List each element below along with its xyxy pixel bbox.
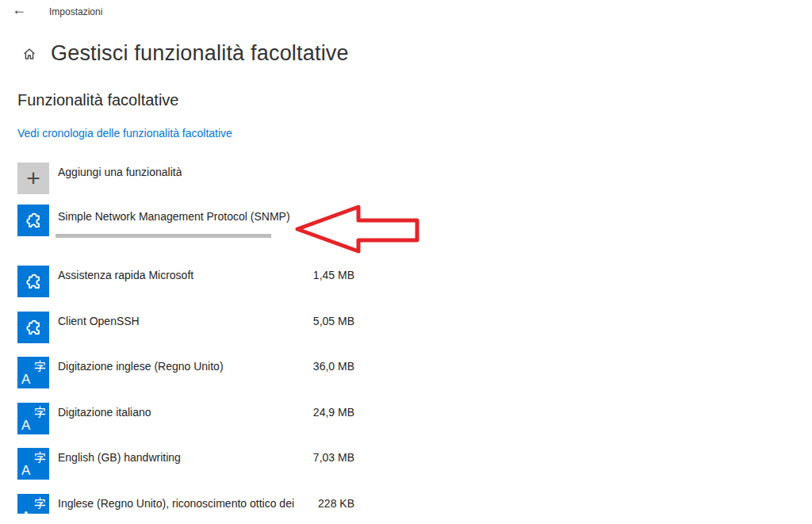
feature-icon-tile bbox=[17, 205, 49, 236]
feature-size: 7,03 MB bbox=[270, 452, 354, 464]
feature-list-item[interactable]: Assistenza rapida Microsoft 1,45 MB bbox=[17, 266, 366, 297]
home-icon bbox=[22, 47, 36, 61]
language-icon-letter-a: A bbox=[21, 419, 30, 432]
add-feature-label: Aggiungi una funzionalità bbox=[58, 166, 182, 178]
feature-size: 36,0 MB bbox=[270, 361, 354, 373]
feature-size: 24,9 MB bbox=[270, 407, 354, 419]
feature-size: 1,45 MB bbox=[270, 270, 354, 281]
language-icon-letter-a: A bbox=[21, 373, 30, 386]
feature-size: 5,05 MB bbox=[270, 316, 354, 327]
puzzle-icon bbox=[23, 210, 44, 231]
plus-icon: + bbox=[17, 163, 49, 194]
feature-name: Digitazione italiano bbox=[58, 407, 151, 419]
feature-icon-tile bbox=[17, 266, 49, 297]
puzzle-icon bbox=[23, 271, 44, 292]
feature-size: 228 KB bbox=[270, 498, 354, 510]
add-feature-button[interactable]: + Aggiungi una funzionalità bbox=[17, 163, 366, 194]
feature-icon-tile: A bbox=[17, 403, 49, 434]
feature-name: English (GB) handwriting bbox=[58, 452, 181, 464]
feature-icon-tile bbox=[17, 312, 49, 343]
feature-name: Inglese (Regno Unito), riconoscimento ot… bbox=[58, 498, 294, 510]
feature-name: Digitazione inglese (Regno Unito) bbox=[58, 361, 224, 373]
language-icon-letter-a: A bbox=[21, 464, 30, 477]
viewport-clip-strip bbox=[0, 514, 812, 524]
feature-name: Assistenza rapida Microsoft bbox=[58, 270, 193, 281]
puzzle-icon bbox=[23, 317, 44, 338]
feature-list-item[interactable]: A Digitazione inglese (Regno Unito) 36,0… bbox=[17, 357, 366, 388]
page-title: Gestisci funzionalità facoltative bbox=[51, 41, 349, 66]
feature-icon-tile: A bbox=[17, 448, 49, 480]
feature-list-item[interactable]: A Digitazione italiano 24,9 MB bbox=[17, 403, 366, 434]
optional-features-history-link[interactable]: Vedi cronologia delle funzionalità facol… bbox=[17, 127, 232, 140]
section-title: Funzionalità facoltative bbox=[17, 91, 178, 109]
feature-name: Client OpenSSH bbox=[58, 316, 140, 327]
language-icon-cjk-glyph bbox=[34, 497, 46, 509]
feature-list-item[interactable]: A English (GB) handwriting 7,03 MB bbox=[17, 448, 366, 480]
feature-list-item[interactable]: Client OpenSSH 5,05 MB bbox=[17, 312, 366, 343]
installing-feature-item[interactable]: Simple Network Management Protocol (SNMP… bbox=[17, 205, 366, 236]
settings-window: ← Impostazioni Gestisci funzionalità fac… bbox=[0, 0, 812, 524]
feature-icon-tile: A bbox=[17, 357, 49, 388]
back-arrow-icon[interactable]: ← bbox=[12, 2, 26, 17]
language-icon-cjk-glyph bbox=[34, 451, 46, 463]
language-icon-cjk-glyph bbox=[34, 406, 46, 418]
installing-feature-name: Simple Network Management Protocol (SNMP… bbox=[58, 211, 290, 223]
breadcrumb: Impostazioni bbox=[49, 6, 102, 17]
language-icon-cjk-glyph bbox=[34, 360, 46, 372]
snmp-progress-bar bbox=[56, 234, 271, 238]
